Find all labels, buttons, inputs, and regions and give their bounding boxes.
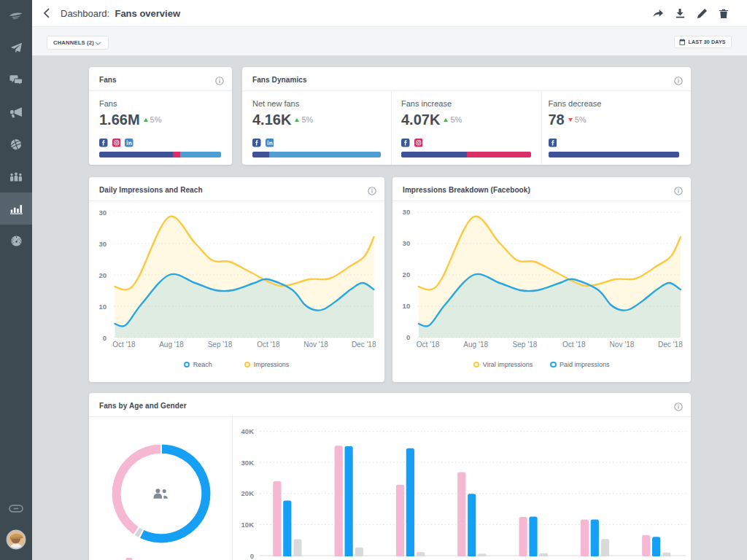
svg-text:Oct '18: Oct '18	[416, 341, 439, 349]
svg-text:0: 0	[102, 334, 106, 342]
svg-text:Oct '18: Oct '18	[562, 341, 585, 349]
svg-text:Aug '18: Aug '18	[463, 341, 488, 349]
svg-text:Dec '18: Dec '18	[351, 341, 376, 349]
svg-text:20: 20	[98, 271, 107, 279]
svg-text:Oct '18: Oct '18	[257, 341, 280, 349]
svg-text:Oct '18: Oct '18	[112, 341, 136, 349]
svg-text:10: 10	[402, 303, 410, 311]
svg-text:30: 30	[402, 240, 410, 248]
svg-text:Nov '18: Nov '18	[609, 341, 634, 349]
svg-text:10: 10	[98, 303, 107, 311]
svg-text:0: 0	[249, 552, 253, 560]
svg-text:30: 30	[402, 209, 410, 217]
svg-text:20K: 20K	[241, 489, 254, 497]
svg-text:30: 30	[98, 240, 107, 248]
svg-text:Sep '18: Sep '18	[207, 341, 232, 349]
svg-text:0: 0	[406, 334, 409, 342]
svg-text:Nov '18: Nov '18	[303, 341, 328, 349]
svg-text:Aug '18: Aug '18	[159, 341, 184, 349]
svg-text:20: 20	[402, 271, 410, 279]
svg-text:10K: 10K	[241, 521, 254, 529]
svg-text:Sep '18: Sep '18	[512, 341, 537, 349]
svg-text:Dec '18: Dec '18	[657, 341, 682, 349]
svg-text:30K: 30K	[241, 459, 254, 467]
svg-text:40K: 40K	[241, 427, 254, 435]
svg-text:30: 30	[98, 209, 107, 217]
